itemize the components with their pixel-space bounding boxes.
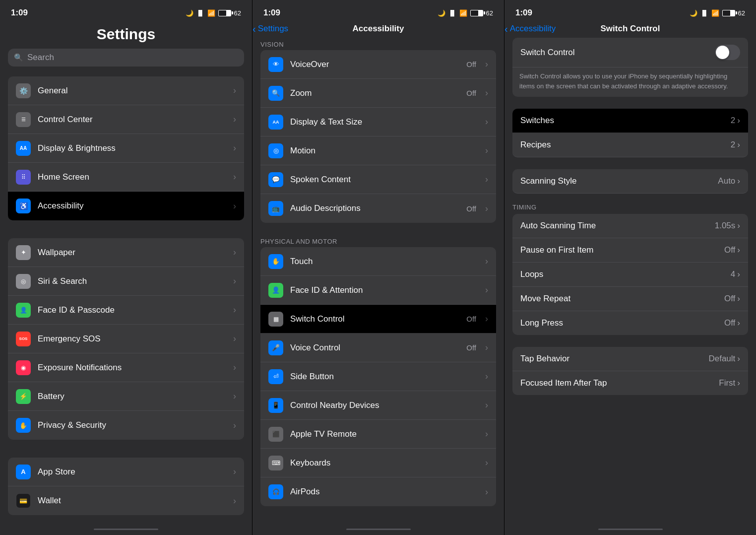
list-item-siri[interactable]: ◎ Siri & Search ›	[8, 267, 244, 296]
list-item-nearby[interactable]: 📱 Control Nearby Devices ›	[260, 391, 496, 420]
switches-value-group: 2 ›	[731, 116, 740, 126]
zoom-label: Zoom	[290, 88, 459, 98]
back-chevron-3: ‹	[504, 24, 508, 34]
pause-first-row[interactable]: Pause on First Item Off ›	[512, 238, 748, 263]
recipes-row[interactable]: Recipes 2 ›	[512, 133, 748, 157]
appstore-chevron: ›	[233, 467, 236, 477]
back-button-3[interactable]: ‹ Accessibility	[504, 24, 556, 34]
loops-row[interactable]: Loops 4 ›	[512, 263, 748, 287]
status-bar-3: 1:09 🌙 ▐▌ 📶 62	[504, 0, 756, 22]
list-item-control-center[interactable]: ☰ Control Center ›	[8, 105, 244, 134]
back-button-2[interactable]: ‹ Settings	[252, 24, 288, 34]
appletv-label: Apple TV Remote	[290, 429, 478, 439]
toggle-knob	[716, 46, 729, 59]
list-item-side-button[interactable]: ⏎ Side Button ›	[260, 362, 496, 391]
list-item-keyboards[interactable]: ⌨ Keyboards ›	[260, 449, 496, 477]
switches-row[interactable]: Switches 2 ›	[512, 109, 748, 133]
list-item-motion[interactable]: ◎ Motion ›	[260, 136, 496, 165]
status-icons-1: 🌙 ▐▌ 📶 62	[186, 9, 241, 17]
signal-icon-1: ▐▌	[196, 10, 204, 16]
tap-behavior-label: Tap Behavior	[520, 354, 569, 364]
long-press-row[interactable]: Long Press Off ›	[512, 311, 748, 335]
list-item-homescreen[interactable]: ⠿ Home Screen ›	[8, 163, 244, 192]
switch-toggle-group: Switch Control	[512, 38, 748, 67]
list-item-general[interactable]: ⚙️ General ›	[8, 76, 244, 105]
tap-behavior-chevron: ›	[737, 354, 740, 364]
switch-control-desc-text: Switch Control allows you to use your iP…	[519, 72, 728, 90]
group-gap-sc3	[504, 335, 756, 347]
list-item-touch[interactable]: ✋ Touch ›	[260, 247, 496, 276]
status-time-3: 1:09	[515, 8, 532, 18]
panel-accessibility: 1:09 🌙 ▐▌ 📶 62 ‹ Settings Accessibility …	[252, 0, 504, 535]
privacy-label: Privacy & Security	[38, 420, 226, 430]
status-time-2: 1:09	[263, 8, 280, 18]
switch-control-toggle-row[interactable]: Switch Control	[512, 38, 748, 67]
list-item-accessibility[interactable]: ♿ Accessibility ›	[8, 192, 244, 220]
list-item-appletv[interactable]: ⬛ Apple TV Remote ›	[260, 420, 496, 449]
battery-label: Battery	[38, 392, 226, 401]
list-item-battery[interactable]: ⚡ Battery ›	[8, 382, 244, 411]
pause-first-chevron: ›	[737, 245, 740, 255]
auto-scan-value-group: 1.05s ›	[715, 221, 740, 231]
list-item-voice-control[interactable]: 🎤 Voice Control Off ›	[260, 334, 496, 362]
voice-control-chevron: ›	[485, 342, 488, 353]
list-item-exposure[interactable]: ◉ Exposure Notifications ›	[8, 353, 244, 382]
timing-label: TIMING	[504, 194, 756, 214]
faceid-icon: 👤	[16, 303, 31, 318]
switch-control-icon: ▦	[268, 312, 283, 327]
nav-row-3: ‹ Accessibility Switch Control	[504, 22, 756, 38]
loops-value-group: 4 ›	[731, 269, 740, 279]
voice-control-value: Off	[466, 343, 476, 352]
list-item-appstore[interactable]: A App Store ›	[8, 458, 244, 486]
motion-label: Motion	[290, 146, 478, 156]
scanning-style-row[interactable]: Scanning Style Auto ›	[512, 169, 748, 194]
move-repeat-value-group: Off ›	[724, 294, 740, 304]
recipes-chevron: ›	[737, 140, 740, 150]
list-item-sos[interactable]: SOS Emergency SOS ›	[8, 325, 244, 353]
side-button-chevron: ›	[485, 371, 488, 382]
switch-control-value: Off	[466, 315, 476, 323]
list-item-switch-control[interactable]: ▦ Switch Control Off ›	[260, 305, 496, 334]
focused-item-value-group: First ›	[719, 378, 740, 388]
scanning-style-group: Scanning Style Auto ›	[512, 169, 748, 194]
list-item-display[interactable]: AA Display & Brightness ›	[8, 134, 244, 163]
zoom-chevron: ›	[485, 88, 488, 98]
list-item-display-text[interactable]: AA Display & Text Size ›	[260, 108, 496, 136]
signal-icon-3: ▐▌	[700, 10, 708, 16]
list-item-audio-desc[interactable]: 📺 Audio Descriptions Off ›	[260, 194, 496, 223]
general-icon: ⚙️	[16, 83, 31, 98]
search-icon: 🔍	[14, 53, 23, 62]
list-item-voiceover[interactable]: 👁 VoiceOver Off ›	[260, 50, 496, 79]
list-item-faceid-att[interactable]: 👤 Face ID & Attention ›	[260, 276, 496, 305]
auto-scan-row[interactable]: Auto Scanning Time 1.05s ›	[512, 214, 748, 238]
move-repeat-row[interactable]: Move Repeat Off ›	[512, 287, 748, 311]
wifi-icon-1: 📶	[207, 9, 215, 17]
list-item-spoken[interactable]: 💬 Spoken Content ›	[260, 165, 496, 194]
list-item-zoom[interactable]: 🔍 Zoom Off ›	[260, 79, 496, 108]
switches-label: Switches	[520, 116, 554, 126]
display-text-label: Display & Text Size	[290, 117, 478, 127]
list-item-privacy[interactable]: ✋ Privacy & Security ›	[8, 411, 244, 440]
wallet-label: Wallet	[38, 496, 226, 506]
scroll-indicator-1	[94, 529, 158, 530]
faceid-att-icon: 👤	[268, 283, 283, 298]
wallpaper-chevron: ›	[233, 247, 236, 258]
list-item-wallet[interactable]: 💳 Wallet ›	[8, 486, 244, 515]
list-item-faceid[interactable]: 👤 Face ID & Passcode ›	[8, 296, 244, 325]
switch-control-toggle[interactable]	[715, 45, 740, 60]
tap-behavior-row[interactable]: Tap Behavior Default ›	[512, 347, 748, 371]
list-item-airpods[interactable]: 🎧 AirPods ›	[260, 477, 496, 506]
nav-row-2: ‹ Settings Accessibility	[252, 22, 504, 38]
appletv-chevron: ›	[485, 429, 488, 439]
switch-control-label: Switch Control	[290, 314, 459, 324]
list-item-wallpaper[interactable]: ✦ Wallpaper ›	[8, 238, 244, 267]
control-center-label: Control Center	[38, 115, 226, 125]
auto-scan-value: 1.05s	[715, 221, 736, 231]
keyboards-chevron: ›	[485, 458, 488, 468]
focused-item-row[interactable]: Focused Item After Tap First ›	[512, 371, 748, 395]
faceid-att-chevron: ›	[485, 285, 488, 295]
homescreen-icon: ⠿	[16, 170, 31, 185]
auto-scan-label: Auto Scanning Time	[520, 221, 596, 231]
display-label: Display & Brightness	[38, 143, 226, 153]
search-bar[interactable]: 🔍 Search	[8, 49, 244, 67]
